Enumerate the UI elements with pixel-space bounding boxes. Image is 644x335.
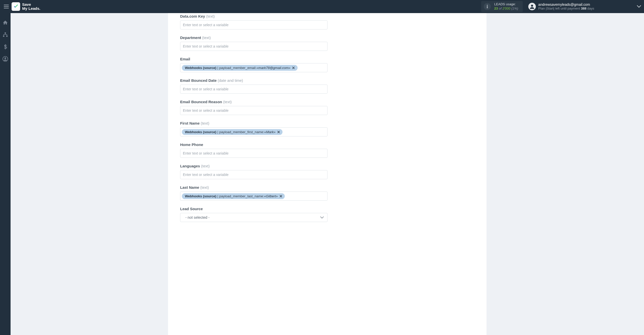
svg-rect-0 (4, 5, 9, 6)
usage-total: 2'000 (502, 7, 510, 10)
input-home-phone-field[interactable] (182, 150, 326, 156)
plan-mid: | left until payment (553, 7, 581, 10)
input-email-bounced-date-field[interactable] (182, 86, 326, 92)
field-row-email-bounced-reason: Email Bounced Reason (text) (180, 100, 474, 115)
topbar: Save My Leads. LEADS usage: 23 of 2'000 … (0, 0, 644, 13)
home-icon (3, 20, 8, 25)
label-type: (text) (200, 185, 209, 190)
chip-var: payload_member_last_name: (219, 194, 264, 198)
label-type: (text) (201, 121, 209, 125)
account-email: andrewsavemyleads@gmail.com (538, 3, 594, 7)
label-text: Lead Source (180, 207, 203, 211)
chip-remove-first-name[interactable] (277, 130, 280, 133)
account-lines: andrewsavemyleads@gmail.com Plan |Start|… (538, 3, 594, 10)
input-email-bounced-reason-field[interactable] (182, 107, 326, 114)
label-text: Email (180, 57, 190, 61)
chip-var: payload_member_email: (219, 66, 257, 70)
chip-first-name[interactable]: Webhooks (source) | payload_member_first… (182, 129, 283, 135)
chip-source: Webhooks (source) (185, 66, 216, 70)
input-email-field[interactable] (299, 65, 326, 71)
chip-sep: | (217, 194, 218, 198)
chip-remove-email[interactable] (292, 66, 295, 69)
field-row-first-name: First Name (text) Webhooks (source) | pa… (180, 121, 474, 136)
chip-remove-last-name[interactable] (279, 195, 282, 198)
label-email: Email (180, 57, 474, 61)
close-icon (277, 131, 280, 133)
label-type: (text) (223, 100, 232, 104)
label-text: Email Bounced Reason (180, 100, 222, 104)
logo-text: Save My Leads. (22, 3, 41, 11)
input-first-name[interactable]: Webhooks (source) | payload_member_first… (180, 127, 328, 136)
sidebar-item-home[interactable] (2, 20, 8, 26)
label-first-name: First Name (text) (180, 121, 474, 125)
plan-suffix: days (586, 7, 594, 10)
select-lead-source[interactable]: - not selected - (180, 213, 328, 222)
chip-source: Webhooks (source) (185, 194, 216, 198)
input-email-bounced-date[interactable] (180, 85, 328, 94)
chip-email[interactable]: Webhooks (source) | payload_member_email… (182, 65, 298, 71)
label-department: Department (text) (180, 35, 474, 40)
label-datacom-key: Data.com Key (text) (180, 14, 474, 18)
field-row-department: Department (text) (180, 35, 474, 51)
input-languages[interactable] (180, 170, 328, 179)
chevron-down-icon (320, 216, 324, 219)
field-row-last-name: Last Name (text) Webhooks (source) | pay… (180, 185, 474, 201)
close-icon (280, 195, 282, 197)
user-circle-icon (3, 56, 8, 62)
label-type: (text) (202, 35, 211, 40)
label-text: Department (180, 35, 201, 40)
svg-point-3 (487, 5, 488, 6)
user-icon (530, 4, 535, 9)
input-department[interactable] (180, 42, 328, 51)
checkmark-icon (13, 4, 19, 9)
sidebar-item-connections[interactable] (2, 32, 8, 38)
logo-mark (12, 2, 20, 11)
logo-line1: Save (22, 3, 41, 7)
hamburger-button[interactable] (1, 1, 12, 12)
close-icon (292, 67, 295, 69)
chip-var: payload_member_first_name: (219, 130, 264, 134)
field-row-datacom-key: Data.com Key (text) (180, 13, 474, 29)
label-email-bounced-date: Email Bounced Date (date and time) (180, 78, 474, 83)
input-datacom-key[interactable] (180, 20, 328, 29)
usage-of: of (498, 7, 502, 10)
svg-rect-8 (6, 36, 8, 37)
input-languages-field[interactable] (182, 172, 326, 178)
info-icon (484, 3, 491, 10)
label-text: Languages (180, 164, 200, 168)
chip-val: «mark78@gmail.com» (256, 66, 290, 70)
field-row-languages: Languages (text) (180, 164, 474, 179)
plan-name: Start (547, 7, 553, 10)
input-last-name-field[interactable] (286, 193, 326, 199)
label-text: Last Name (180, 185, 199, 190)
chip-last-name[interactable]: Webhooks (source) | payload_member_last_… (182, 193, 285, 199)
label-type: (date and time) (218, 78, 243, 83)
input-first-name-field[interactable] (284, 129, 326, 135)
sidebar-item-account[interactable] (2, 56, 8, 62)
input-email[interactable]: Webhooks (source) | payload_member_email… (180, 63, 328, 72)
input-department-field[interactable] (182, 43, 326, 49)
label-type: (text) (206, 14, 215, 18)
logo[interactable]: Save My Leads. (12, 2, 41, 11)
account-menu[interactable]: andrewsavemyleads@gmail.com Plan |Start|… (528, 3, 641, 10)
label-languages: Languages (text) (180, 164, 474, 168)
dollar-icon (3, 44, 8, 50)
label-home-phone: Home Phone (180, 142, 474, 147)
plan-days: 388 (581, 7, 586, 10)
input-last-name[interactable]: Webhooks (source) | payload_member_last_… (180, 192, 328, 201)
label-text: Data.com Key (180, 14, 205, 18)
svg-rect-2 (4, 8, 9, 9)
field-row-home-phone: Home Phone (180, 142, 474, 158)
usage-box[interactable]: LEADS usage: 23 of 2'000 (1%) (481, 1, 523, 12)
form-panel: Data.com Key (text) Department (text) Em… (168, 13, 487, 335)
input-datacom-key-field[interactable] (182, 22, 326, 28)
account-chevron (637, 5, 641, 9)
sidebar-item-billing[interactable] (2, 44, 8, 50)
field-row-email-bounced-date: Email Bounced Date (date and time) (180, 78, 474, 94)
usage-lines: LEADS usage: 23 of 2'000 (1%) (494, 3, 518, 11)
chip-val: «Gilbert» (264, 194, 278, 198)
hamburger-icon (4, 4, 9, 9)
input-home-phone[interactable] (180, 149, 328, 158)
input-email-bounced-reason[interactable] (180, 106, 328, 115)
app-body: Data.com Key (text) Department (text) Em… (0, 13, 644, 335)
